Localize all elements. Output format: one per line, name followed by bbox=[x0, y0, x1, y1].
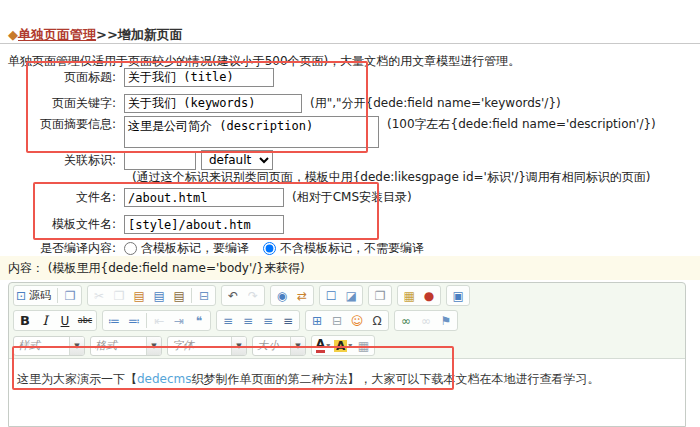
select-all-icon[interactable]: ☐ bbox=[321, 287, 341, 305]
paste-word-icon[interactable]: ▤ bbox=[149, 287, 169, 305]
align-left-icon[interactable]: ≡ bbox=[218, 312, 238, 330]
show-blocks-icon[interactable]: ▦ bbox=[353, 337, 373, 355]
template-input[interactable] bbox=[124, 215, 284, 234]
compile-without-tags-label: 不含模板标记，不需要编译 bbox=[280, 240, 424, 257]
div-layout-icon[interactable]: ⊟ bbox=[327, 312, 347, 330]
bold-icon[interactable]: B bbox=[15, 312, 35, 330]
replace-icon[interactable]: ⇄ bbox=[292, 287, 312, 305]
style-dropdown[interactable]: 样式▼ bbox=[13, 336, 85, 356]
blockquote-icon[interactable]: ❝ bbox=[189, 312, 209, 330]
image-icon[interactable]: ▦ bbox=[399, 287, 419, 305]
strikethrough-icon[interactable]: abc bbox=[75, 312, 95, 330]
body-text-highlight: dedecms bbox=[137, 372, 192, 386]
paste-text-icon[interactable]: ▤ bbox=[169, 287, 189, 305]
likeid-row: 关联标识: default bbox=[0, 150, 700, 170]
toolbar-group: ▦● bbox=[397, 285, 441, 306]
chevron-down-icon: ▼ bbox=[290, 337, 305, 355]
preview-icon[interactable]: ❐ bbox=[60, 287, 80, 305]
likeid-help-row: (通过这个标识来识别类同页面，模板中用{dede:likesgpage id='… bbox=[0, 170, 700, 184]
bg-color-button[interactable]: A▾ bbox=[333, 337, 353, 355]
template-row: 模板文件名: bbox=[0, 211, 700, 238]
template-label: 模板文件名: bbox=[0, 216, 124, 233]
copy-icon[interactable]: ❐ bbox=[109, 287, 129, 305]
content-section-header: 内容： (模板里用{dede:field name='body'/}来获得) bbox=[0, 256, 700, 280]
compile-option-without-tags[interactable]: 不含模板标记，不需要编译 bbox=[263, 240, 424, 257]
filename-input[interactable] bbox=[124, 188, 284, 207]
page-form: 页面标题: 页面关键字: (用","分开{dede:field name='ke… bbox=[0, 64, 700, 258]
likeid-select[interactable]: default bbox=[201, 150, 273, 170]
editor-content-area[interactable]: 这里为大家演示一下【dedecms织梦制作单页面的第二种方法】，大家可以下载本文… bbox=[9, 358, 685, 426]
breadcrumb-section-link[interactable]: 单独页面管理 bbox=[18, 27, 96, 42]
ordered-list-icon[interactable]: ≔ bbox=[104, 312, 124, 330]
compile-option-with-tags[interactable]: 含模板标记，要编译 bbox=[124, 240, 249, 257]
font-dropdown[interactable]: 字体▼ bbox=[167, 336, 247, 356]
filename-row: 文件名: (相对于CMS安装目录) bbox=[0, 184, 700, 211]
chevron-down-icon: ▼ bbox=[69, 337, 84, 355]
chevron-down-icon: ▼ bbox=[146, 337, 161, 355]
description-label: 页面摘要信息: bbox=[0, 116, 124, 133]
keywords-input[interactable] bbox=[124, 94, 302, 113]
smiley-icon[interactable]: ☺ bbox=[347, 312, 367, 330]
toolbar-group: ▣ bbox=[446, 285, 470, 306]
source-icon[interactable]: ⊡源码 bbox=[15, 287, 55, 305]
content-header-text: 内容： (模板里用{dede:field name='body'/}来获得) bbox=[8, 260, 305, 277]
underline-icon[interactable]: U bbox=[55, 312, 75, 330]
redo-icon[interactable]: ↷ bbox=[243, 287, 263, 305]
div-container-icon[interactable]: ▣ bbox=[448, 287, 468, 305]
editor-dropdowns: 样式▼格式▼字体▼大小▼ bbox=[13, 336, 306, 356]
compile-with-tags-radio[interactable] bbox=[124, 242, 137, 255]
toolbar-group: A▾A▾▦ bbox=[311, 335, 375, 356]
editor-toolbar-row2: BIUabc≔≕⇤⇥❝≡≡≡≡⊞⊟☺Ω∞∞⚑ bbox=[9, 308, 685, 333]
toolbar-group: BIUabc bbox=[13, 310, 97, 331]
templates-icon[interactable]: ❐ bbox=[370, 287, 390, 305]
format-dropdown[interactable]: 格式▼ bbox=[90, 336, 162, 356]
eraser-icon[interactable]: ◪ bbox=[341, 287, 361, 305]
chevron-down-icon: ▼ bbox=[231, 337, 246, 355]
title-row: 页面标题: bbox=[0, 64, 700, 90]
text-color-button[interactable]: A▾ bbox=[313, 337, 333, 355]
editor-color-buttons: A▾A▾▦ bbox=[311, 335, 375, 356]
undo-icon[interactable]: ↶ bbox=[223, 287, 243, 305]
filename-label: 文件名: bbox=[0, 189, 124, 206]
unordered-list-icon[interactable]: ≕ bbox=[124, 312, 144, 330]
size-dropdown[interactable]: 大小▼ bbox=[252, 336, 306, 356]
likeid-note: (通过这个标识来识别类同页面，模板中用{dede:likesgpage id='… bbox=[132, 169, 651, 186]
toolbar-group: ∞∞⚑ bbox=[394, 310, 458, 331]
compile-with-tags-label: 含模板标记，要编译 bbox=[141, 240, 249, 257]
flash-icon[interactable]: ● bbox=[419, 287, 439, 305]
special-char-icon[interactable]: Ω bbox=[367, 312, 387, 330]
keywords-label: 页面关键字: bbox=[0, 95, 124, 112]
title-input[interactable] bbox=[124, 68, 274, 87]
unlink-icon[interactable]: ∞ bbox=[416, 312, 436, 330]
align-right-icon[interactable]: ≡ bbox=[258, 312, 278, 330]
toolbar-group: ✂❐▤▤▤⊟ bbox=[87, 285, 216, 306]
anchor-icon[interactable]: ⚑ bbox=[436, 312, 456, 330]
toolbar-group: ☐◪ bbox=[319, 285, 363, 306]
description-textarea[interactable]: 这里是公司简介 (description) bbox=[124, 116, 379, 148]
align-justify-icon[interactable]: ≡ bbox=[278, 312, 298, 330]
paste-icon[interactable]: ▤ bbox=[129, 287, 149, 305]
link-icon[interactable]: ∞ bbox=[396, 312, 416, 330]
divider bbox=[0, 43, 700, 44]
rich-text-editor: ⊡源码❐✂❐▤▤▤⊟↶↷◉⇄☐◪❐▦●▣ BIUabc≔≕⇤⇥❝≡≡≡≡⊞⊟☺Ω… bbox=[8, 282, 686, 427]
breadcrumb: ◆单独页面管理>>增加新页面 bbox=[8, 26, 183, 44]
toolbar-group: ⊡源码❐ bbox=[13, 285, 82, 306]
likeid-input[interactable] bbox=[124, 151, 196, 170]
toolbar-group: ◉⇄ bbox=[270, 285, 314, 306]
print-icon[interactable]: ⊟ bbox=[194, 287, 214, 305]
align-center-icon[interactable]: ≡ bbox=[238, 312, 258, 330]
indent-icon[interactable]: ⇥ bbox=[169, 312, 189, 330]
find-icon[interactable]: ◉ bbox=[272, 287, 292, 305]
body-text-prefix: 这里为大家演示一下【 bbox=[17, 372, 137, 386]
toolbar-group: ↶↷ bbox=[221, 285, 265, 306]
outdent-icon[interactable]: ⇤ bbox=[149, 312, 169, 330]
breadcrumb-current: >>增加新页面 bbox=[96, 27, 183, 42]
filename-note: (相对于CMS安装目录) bbox=[292, 189, 412, 206]
keywords-note: (用","分开{dede:field name='keywords'/}) bbox=[310, 95, 561, 112]
compile-row: 是否编译内容: 含模板标记，要编译 不含模板标记，不需要编译 bbox=[0, 238, 700, 258]
table-icon[interactable]: ⊞ bbox=[307, 312, 327, 330]
cut-icon[interactable]: ✂ bbox=[89, 287, 109, 305]
compile-without-tags-radio[interactable] bbox=[263, 242, 276, 255]
toolbar-group: ≡≡≡≡ bbox=[216, 310, 300, 331]
italic-icon[interactable]: I bbox=[35, 312, 55, 330]
